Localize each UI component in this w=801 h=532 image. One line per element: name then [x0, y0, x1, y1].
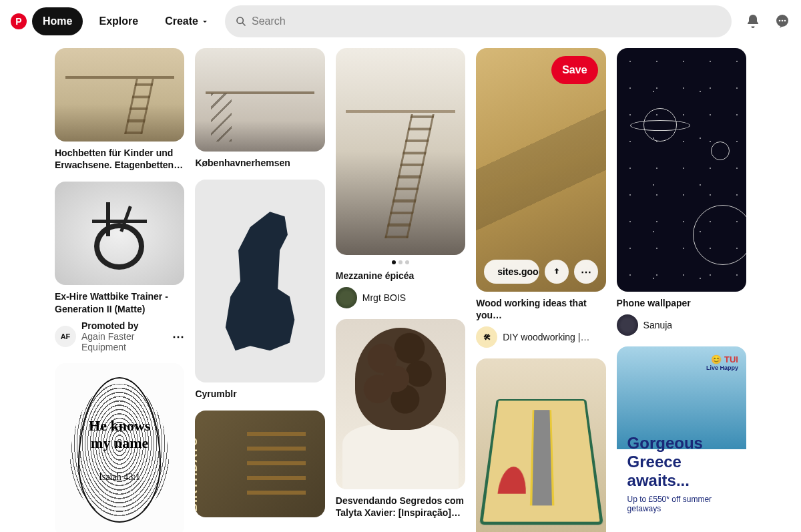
user-name[interactable]: Mrgt BOIS [362, 292, 406, 303]
source-link-text: sites.googl... [497, 266, 539, 277]
ad-headline: Gorgeous Greece awaits... [627, 434, 746, 489]
pin-title[interactable]: Hochbetten für Kinder und Erwachsene. Et… [55, 147, 184, 171]
pin: He knows my name Isaiah 43:1 [55, 363, 184, 532]
user-name[interactable]: Sanuja [643, 320, 673, 330]
pin-meta: AF Promoted by Again Faster Equipment ⋯ [55, 320, 184, 352]
svg-point-3 [779, 20, 781, 22]
pin: Cyrumblr [195, 180, 324, 400]
avatar[interactable] [617, 314, 638, 336]
pin: Københavnerhemsen [195, 48, 324, 169]
nav-explore[interactable]: Explore [88, 7, 149, 35]
search-input[interactable] [252, 15, 721, 27]
quote-line: He knows [89, 417, 150, 435]
pin-image[interactable] [336, 319, 465, 489]
pin-feed: Hochbetten für Kinder und Erwachsene. Et… [0, 43, 801, 532]
pin: Phone wallpaper Sanuja [617, 48, 746, 336]
chevron-down-icon [201, 17, 209, 25]
pin: BIRTHDAYS [195, 411, 324, 517]
promoter-name[interactable]: Again Faster Equipment [81, 331, 167, 352]
brand-logo: 😊 TUI Live Happy [706, 354, 738, 371]
dot[interactable] [398, 260, 403, 264]
pin-title[interactable]: Cyrumblr [195, 388, 324, 400]
pin-overlay-actions: sites.googl... ⋯ [484, 260, 597, 284]
pin-title[interactable]: Phone wallpaper [617, 297, 746, 309]
chat-icon [774, 13, 790, 29]
svg-point-5 [784, 20, 786, 22]
source-link[interactable]: sites.googl... [484, 260, 539, 284]
pin-title[interactable]: Desvendando Segredos com Talyta Xavier: … [336, 495, 465, 519]
label-text: BIRTHDAYS [195, 437, 200, 512]
header: P Home Explore Create [0, 0, 801, 43]
carousel-dots[interactable] [336, 260, 465, 264]
save-button[interactable]: Save [551, 56, 597, 84]
avatar[interactable]: AF [55, 326, 76, 347]
pin-image[interactable] [617, 48, 746, 292]
share-button[interactable] [545, 260, 569, 284]
pin: Desvendando Segredos com Talyta Xavier: … [336, 319, 465, 519]
search-bar[interactable] [225, 5, 732, 37]
pin-title[interactable]: Ex-Hire Wattbike Trainer - Generation II… [55, 290, 184, 314]
pin: Hochbetten für Kinder und Erwachsene. Et… [55, 48, 184, 171]
quote-line: my name [91, 435, 148, 452]
dot[interactable] [405, 260, 409, 264]
pin-title[interactable]: Københavnerhemsen [195, 157, 324, 169]
pin: Mezzanine épicéa Mrgt BOIS [336, 48, 465, 308]
pin-image[interactable] [55, 48, 184, 142]
quote-ref: Isaiah 43:1 [99, 472, 140, 483]
pin-image[interactable] [195, 180, 324, 382]
user-name[interactable]: DIY woodworking |… [503, 332, 589, 342]
pin-image[interactable] [476, 358, 605, 532]
pin: Save sites.googl... ⋯ Wood working ideas… [476, 48, 605, 348]
pin-image[interactable]: 😊 TUI Live Happy Gorgeous Greece awaits.… [617, 346, 746, 532]
avatar[interactable]: 🛠 [476, 326, 497, 348]
more-button[interactable]: ⋯ [574, 260, 598, 284]
pin-image[interactable]: He knows my name Isaiah 43:1 [55, 363, 184, 532]
nav-create-label: Create [165, 15, 198, 27]
pin: 😊 TUI Live Happy Gorgeous Greece awaits.… [617, 346, 746, 532]
pin: Ex-Hire Wattbike Trainer - Generation II… [55, 182, 184, 352]
promo-label: Promoted by [81, 320, 167, 331]
ad-sub: Up to £550* off summer getaways [627, 495, 746, 513]
logo-letter: P [15, 16, 21, 27]
svg-line-1 [242, 23, 245, 25]
pin-image[interactable] [336, 48, 465, 255]
notifications-button[interactable] [745, 13, 761, 29]
dot[interactable] [392, 260, 396, 264]
pin-title[interactable]: Mezzanine épicéa [336, 270, 465, 282]
more-button[interactable]: ⋯ [172, 329, 184, 344]
pin-image[interactable] [195, 48, 324, 152]
search-icon [236, 16, 246, 27]
bell-icon [745, 13, 761, 29]
pin-meta: 🛠 DIY woodworking |… [476, 326, 605, 348]
nav-home[interactable]: Home [32, 7, 83, 35]
pin-meta: Mrgt BOIS [336, 287, 465, 308]
pin-title[interactable]: Wood working ideas that you… [476, 297, 605, 321]
messages-button[interactable] [774, 13, 790, 29]
svg-point-4 [782, 20, 784, 22]
nav-create[interactable]: Create [154, 7, 220, 35]
pin-meta: Sanuja [617, 314, 746, 336]
avatar[interactable] [336, 287, 357, 308]
pin-image[interactable]: Save sites.googl... ⋯ [476, 48, 605, 292]
pin-image[interactable]: BIRTHDAYS [195, 411, 324, 517]
pin [476, 358, 605, 532]
logo[interactable]: P [11, 13, 27, 29]
share-icon [552, 267, 561, 276]
pin-image[interactable] [55, 182, 184, 285]
